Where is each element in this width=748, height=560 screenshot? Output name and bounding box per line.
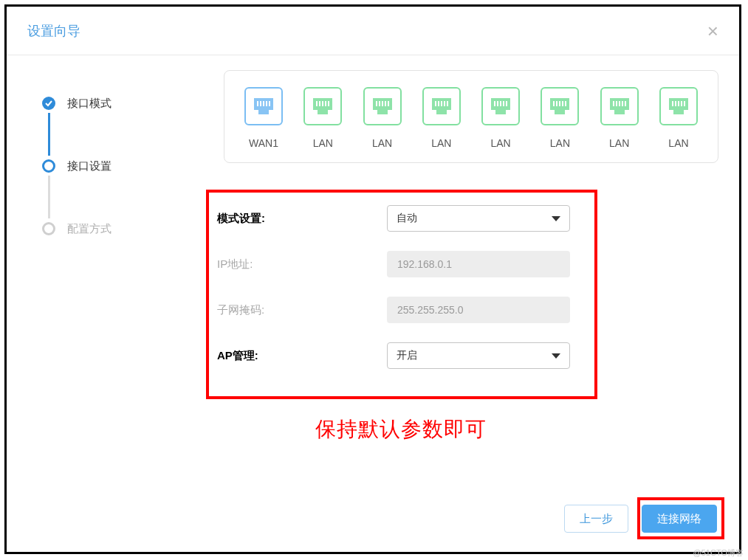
step-label: 接口模式 [67, 97, 111, 111]
port-lan[interactable]: LAN [297, 87, 349, 149]
mode-value: 自动 [397, 212, 417, 225]
svg-rect-29 [565, 101, 566, 106]
port-label: LAN [313, 137, 333, 149]
port-lan[interactable]: LAN [416, 87, 467, 149]
ethernet-port-icon [541, 87, 579, 125]
circle-icon [42, 159, 55, 173]
dialog-body: 接口模式 接口设置 配置方式 WAN1 [7, 55, 739, 552]
step-config-method[interactable]: 配置方式 [42, 218, 175, 240]
svg-rect-33 [622, 101, 623, 106]
ethernet-port-icon [600, 87, 639, 125]
svg-rect-32 [619, 101, 620, 106]
ap-select[interactable]: 开启 [387, 342, 570, 369]
svg-rect-1 [260, 101, 261, 106]
step-label: 接口设置 [67, 159, 111, 173]
ethernet-port-icon [481, 87, 520, 125]
port-label: WAN1 [249, 137, 278, 149]
port-label: LAN [491, 137, 511, 149]
svg-rect-28 [562, 101, 563, 106]
row-mode: 模式设置: 自动 [217, 196, 586, 241]
port-label: LAN [609, 137, 629, 149]
svg-rect-16 [438, 101, 439, 106]
close-icon[interactable]: × [707, 21, 718, 41]
wizard-steps: 接口模式 接口设置 配置方式 [42, 92, 175, 280]
svg-rect-2 [263, 101, 264, 106]
footer-buttons: 上一步 连接网络 [564, 505, 717, 533]
svg-rect-36 [675, 101, 676, 106]
chevron-down-icon [552, 353, 560, 359]
ethernet-port-icon [659, 87, 698, 125]
ap-label: AP管理: [217, 349, 387, 363]
svg-rect-37 [678, 101, 679, 106]
subnet-input: 255.255.255.0 [387, 297, 570, 323]
check-icon [42, 97, 55, 110]
port-label: LAN [431, 137, 451, 149]
ethernet-port-icon [363, 87, 402, 125]
svg-rect-19 [447, 101, 448, 106]
svg-rect-8 [325, 101, 326, 106]
svg-rect-34 [625, 101, 626, 106]
svg-rect-35 [672, 101, 673, 106]
port-label: LAN [550, 137, 570, 149]
svg-rect-23 [503, 101, 504, 106]
prev-button[interactable]: 上一步 [564, 505, 628, 533]
ip-label: IP地址: [217, 257, 387, 272]
svg-rect-21 [497, 101, 498, 106]
connect-network-button[interactable]: 连接网络 [642, 505, 717, 533]
mode-select[interactable]: 自动 [387, 205, 570, 232]
svg-rect-13 [385, 101, 386, 106]
svg-rect-15 [435, 101, 436, 106]
svg-rect-31 [616, 101, 617, 106]
subnet-value: 255.255.255.0 [397, 304, 464, 316]
watermark: @51CTO博客 [693, 547, 744, 559]
ethernet-port-icon [303, 87, 342, 125]
svg-rect-0 [257, 101, 258, 106]
chevron-down-icon [552, 216, 560, 221]
ip-value: 192.168.0.1 [397, 258, 452, 270]
svg-rect-22 [500, 101, 501, 106]
ethernet-port-icon [244, 87, 283, 125]
svg-rect-25 [553, 101, 555, 106]
port-lan[interactable]: LAN [357, 87, 408, 149]
svg-rect-10 [376, 101, 377, 106]
step-label: 配置方式 [67, 222, 111, 236]
ap-value: 开启 [397, 349, 417, 362]
svg-rect-5 [316, 101, 318, 106]
svg-rect-30 [613, 101, 614, 106]
port-wan[interactable]: WAN1 [238, 87, 289, 149]
port-lan[interactable]: LAN [594, 87, 645, 149]
subnet-label: 子网掩码: [217, 303, 387, 317]
svg-rect-12 [382, 101, 383, 106]
ports-panel: WAN1 LAN LAN L [224, 70, 718, 163]
svg-rect-9 [328, 101, 329, 106]
mode-label: 模式设置: [217, 212, 387, 226]
row-subnet: 子网掩码: 255.255.255.0 [217, 287, 586, 333]
port-lan[interactable]: LAN [475, 87, 526, 149]
svg-rect-27 [559, 101, 560, 106]
svg-rect-20 [494, 101, 495, 106]
circle-icon [42, 222, 55, 235]
port-label: LAN [668, 137, 688, 149]
step-interface-settings[interactable]: 接口设置 [42, 155, 175, 177]
step-interface-mode[interactable]: 接口模式 [42, 92, 175, 114]
port-lan[interactable]: LAN [653, 87, 704, 149]
svg-rect-24 [506, 101, 507, 106]
row-ip: IP地址: 192.168.0.1 [217, 241, 586, 287]
svg-rect-38 [681, 101, 682, 106]
step-connector [48, 113, 50, 156]
svg-rect-26 [556, 101, 557, 106]
svg-rect-14 [388, 101, 389, 106]
svg-rect-3 [266, 101, 267, 106]
ip-input: 192.168.0.1 [387, 251, 570, 277]
svg-rect-6 [319, 101, 320, 106]
dialog-title: 设置向导 [27, 22, 80, 40]
svg-rect-7 [322, 101, 323, 106]
svg-rect-39 [684, 101, 685, 106]
interface-settings-form: 模式设置: 自动 IP地址: 192.168.0.1 子网掩码: 255.255… [217, 196, 586, 378]
dialog-header: 设置向导 × [7, 7, 739, 55]
svg-rect-17 [441, 101, 442, 106]
port-lan[interactable]: LAN [534, 87, 586, 149]
svg-rect-11 [379, 101, 380, 106]
step-connector [48, 176, 50, 218]
row-ap: AP管理: 开启 [217, 333, 586, 378]
